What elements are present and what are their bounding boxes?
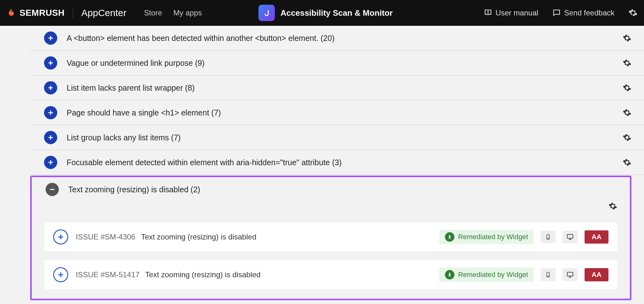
user-manual-label: User manual: [496, 8, 538, 17]
app-title: Accessibility Scan & Monitor: [280, 8, 393, 18]
divider: [73, 7, 73, 19]
remediated-badge: Remediated by Widget: [439, 267, 534, 282]
sub-issue-card: ISSUE #SM-4306 Text zooming (resizing) i…: [44, 222, 617, 251]
issue-row[interactable]: Page should have a single <h1> element (…: [30, 100, 644, 125]
expand-button[interactable]: [44, 31, 57, 45]
nav-store[interactable]: Store: [144, 8, 162, 17]
issue-id: ISSUE #SM-4306: [76, 233, 135, 241]
wcag-level-badge: AA: [585, 268, 608, 281]
user-manual-link[interactable]: User manual: [484, 8, 538, 17]
wcag-level-badge: AA: [585, 230, 608, 244]
app-icon: [258, 5, 275, 21]
gear-icon[interactable]: [623, 83, 631, 92]
issue-id: ISSUE #SM-51417: [76, 270, 140, 279]
svg-rect-7: [567, 272, 573, 276]
desktop-icon: [563, 268, 578, 281]
issue-description: Text zooming (resizing) is disabled: [141, 233, 256, 241]
gear-icon[interactable]: [623, 59, 631, 67]
issue-title: Focusable element detected within elemen…: [67, 158, 623, 167]
accessibility-icon: [445, 270, 454, 279]
appcenter-label[interactable]: AppCenter: [81, 8, 126, 18]
mobile-icon: [541, 231, 556, 243]
collapse-button[interactable]: [46, 183, 59, 196]
accessibility-icon: [445, 232, 454, 242]
brand-text: SEMRUSH: [19, 8, 65, 18]
flame-icon: [6, 8, 16, 18]
header-settings-icon[interactable]: [628, 8, 638, 18]
issue-row[interactable]: List item lacks parent list wrapper (8): [30, 76, 644, 100]
svg-point-0: [449, 235, 450, 236]
svg-point-2: [548, 238, 548, 239]
sub-expand-button[interactable]: [53, 267, 68, 282]
svg-rect-3: [567, 234, 573, 238]
desktop-icon: [563, 231, 578, 243]
logo-group: SEMRUSH AppCenter: [6, 7, 126, 19]
svg-point-4: [449, 273, 450, 274]
issue-row[interactable]: List group lacks any list items (7): [30, 125, 644, 150]
issue-row[interactable]: Vague or undetermined link purpose (9): [30, 51, 644, 76]
issues-list: A <button> element has been detected wit…: [0, 26, 644, 304]
send-feedback-link[interactable]: Send feedback: [552, 8, 614, 17]
gear-icon[interactable]: [623, 34, 631, 42]
gear-icon[interactable]: [623, 158, 631, 167]
issue-title: Text zooming (resizing) is disabled (2): [68, 185, 617, 194]
svg-point-6: [548, 276, 548, 277]
issue-title: List item lacks parent list wrapper (8): [67, 83, 623, 93]
header-right: User manual Send feedback: [484, 8, 638, 18]
expand-button[interactable]: [44, 81, 57, 94]
remediated-label: Remediated by Widget: [458, 271, 528, 279]
expand-button[interactable]: [44, 131, 57, 144]
remediated-badge: Remediated by Widget: [439, 230, 534, 244]
issue-title: Vague or undetermined link purpose (9): [67, 59, 623, 68]
nav-links: Store My apps: [144, 8, 202, 17]
issue-title: Page should have a single <h1> element (…: [67, 108, 623, 117]
app-identity: Accessibility Scan & Monitor: [258, 5, 393, 21]
sub-expand-button[interactable]: [53, 229, 68, 245]
issue-title: List group lacks any list items (7): [67, 133, 623, 142]
expand-button[interactable]: [44, 156, 57, 169]
app-header: SEMRUSH AppCenter Store My apps Accessib…: [0, 0, 644, 26]
semrush-logo[interactable]: SEMRUSH: [6, 8, 65, 18]
issue-row[interactable]: A <button> element has been detected wit…: [30, 26, 644, 51]
expand-button[interactable]: [44, 106, 57, 119]
nav-myapps[interactable]: My apps: [173, 8, 202, 17]
sub-issue-card: ISSUE #SM-51417 Text zooming (resizing) …: [44, 260, 617, 289]
highlighted-issue-group: Text zooming (resizing) is disabled (2) …: [30, 176, 631, 300]
remediated-label: Remediated by Widget: [458, 233, 528, 241]
gear-icon[interactable]: [623, 108, 631, 117]
issue-title: A <button> element has been detected wit…: [67, 34, 623, 43]
mobile-icon: [541, 268, 556, 281]
issue-row-expanded[interactable]: Text zooming (resizing) is disabled (2): [32, 177, 630, 202]
gear-icon[interactable]: [608, 202, 617, 211]
gear-icon[interactable]: [623, 133, 631, 142]
issue-row[interactable]: Focusable element detected within elemen…: [30, 150, 644, 175]
send-feedback-label: Send feedback: [564, 8, 614, 17]
issue-row[interactable]: Identical 'title' attributes for differe…: [30, 301, 644, 304]
sub-issues: ISSUE #SM-4306 Text zooming (resizing) i…: [32, 222, 630, 289]
issue-description: Text zooming (resizing) is disabled: [145, 270, 261, 279]
expand-button[interactable]: [44, 56, 57, 70]
